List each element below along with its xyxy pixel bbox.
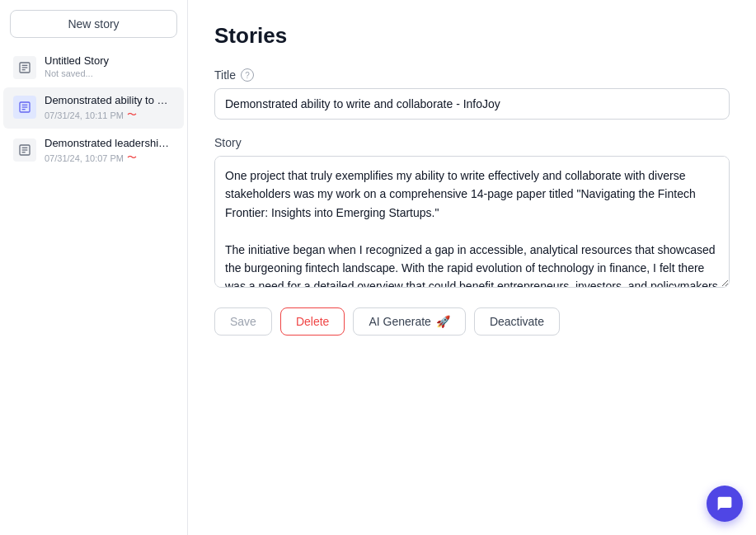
page-title: Stories	[214, 23, 730, 49]
sidebar: New story Untitled Story Not saved...	[0, 0, 188, 535]
story-title-1: Demonstrated ability to write an...	[45, 94, 174, 106]
story-item-1[interactable]: Demonstrated ability to write an... 07/3…	[3, 87, 184, 129]
story-item-2[interactable]: Demonstrated leadership at Vee... 07/31/…	[3, 130, 184, 171]
ai-generate-button[interactable]: AI Generate 🚀	[353, 307, 466, 336]
story-icon-2	[13, 138, 36, 162]
activity-icon-2: 〜	[127, 151, 137, 165]
activity-icon-1: 〜	[127, 108, 137, 122]
title-field-container: Title ?	[214, 68, 730, 136]
story-item-untitled[interactable]: Untitled Story Not saved...	[3, 48, 184, 86]
story-meta-1: 07/31/24, 10:11 PM 〜	[45, 108, 174, 122]
ai-generate-label: AI Generate	[369, 315, 431, 328]
delete-button[interactable]: Delete	[280, 307, 345, 336]
story-text-untitled: Untitled Story Not saved...	[45, 54, 174, 78]
save-button[interactable]: Save	[214, 307, 272, 336]
story-icon-untitled	[13, 56, 36, 79]
deactivate-button[interactable]: Deactivate	[474, 307, 560, 336]
story-meta-untitled: Not saved...	[45, 68, 174, 78]
rocket-icon: 🚀	[436, 315, 450, 328]
story-label: Story	[214, 136, 730, 149]
story-text-2: Demonstrated leadership at Vee... 07/31/…	[45, 137, 174, 165]
story-title-untitled: Untitled Story	[45, 54, 174, 67]
story-list: Untitled Story Not saved... Demonstrated…	[0, 48, 187, 171]
main-content: Stories Title ? Story Save Delete AI Gen…	[188, 0, 756, 535]
story-meta-2: 07/31/24, 10:07 PM 〜	[45, 151, 174, 165]
action-buttons: Save Delete AI Generate 🚀 Deactivate	[214, 307, 730, 336]
title-help-icon[interactable]: ?	[241, 68, 254, 82]
chat-bubble-button[interactable]	[707, 486, 743, 522]
new-story-button[interactable]: New story	[10, 10, 177, 38]
story-textarea[interactable]	[214, 156, 730, 288]
title-input[interactable]	[214, 88, 730, 120]
story-text-1: Demonstrated ability to write an... 07/3…	[45, 94, 174, 122]
story-title-2: Demonstrated leadership at Vee...	[45, 137, 174, 149]
story-icon-1	[13, 96, 36, 119]
title-label: Title ?	[214, 68, 730, 82]
story-field-container: Story	[214, 136, 730, 307]
